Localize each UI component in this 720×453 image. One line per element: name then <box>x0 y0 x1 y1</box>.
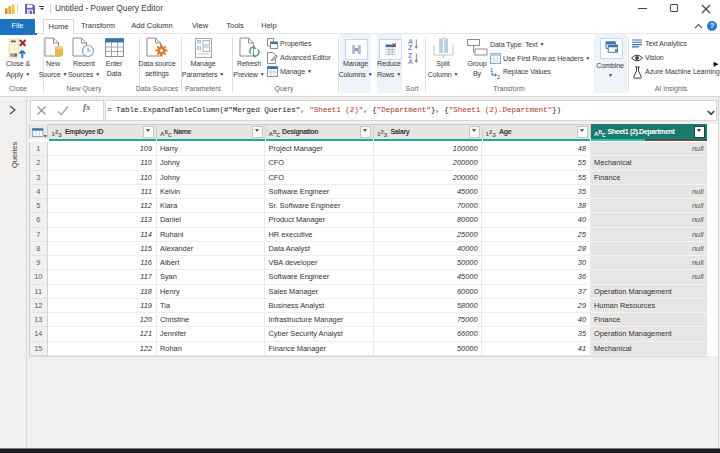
svg-text:1: 1 <box>490 67 493 73</box>
svg-text:2: 2 <box>497 73 500 79</box>
svg-text:Z: Z <box>408 44 412 50</box>
svg-text:A: A <box>408 58 413 64</box>
